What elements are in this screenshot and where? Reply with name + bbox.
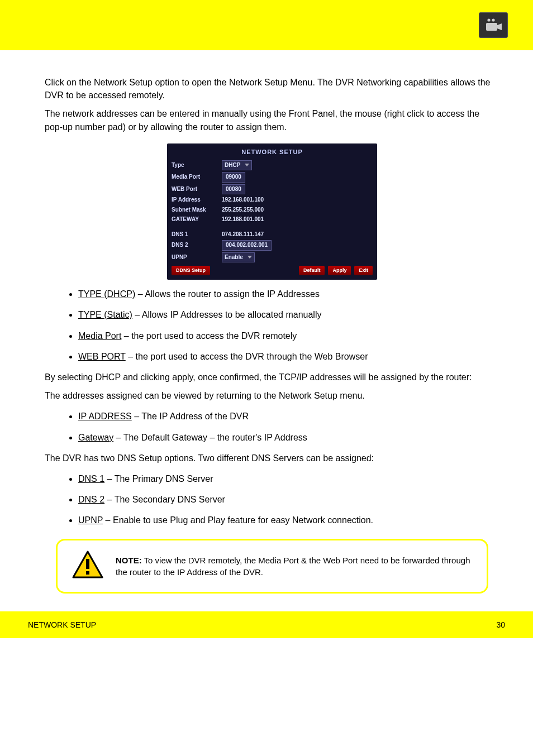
media-port-label: Media Port bbox=[172, 173, 222, 181]
network-setup-screenshot: NETWORK SETUP Type DHCP Media Port 09000… bbox=[167, 143, 377, 280]
mid-para-3: The DVR has two DNS Setup options. Two d… bbox=[45, 452, 499, 465]
intro-para-1: Click on the Network Setup option to ope… bbox=[45, 76, 499, 102]
desc: – the port used to access the DVR remote… bbox=[121, 331, 297, 341]
type-value: DHCP bbox=[225, 161, 240, 170]
term: IP ADDRESS bbox=[78, 412, 132, 421]
list-item: DNS 2 – The Secondary DNS Server bbox=[78, 493, 499, 506]
desc: – Allows IP Addresses to be allocated ma… bbox=[132, 310, 322, 319]
desc-tail: router's IP Address bbox=[232, 433, 307, 442]
ddns-setup-button[interactable]: DDNS Setup bbox=[172, 266, 210, 275]
dns2-input[interactable]: 004.002.002.001 bbox=[222, 240, 272, 251]
desc: – The Default Gateway – the bbox=[113, 433, 232, 442]
svg-point-0 bbox=[487, 18, 490, 21]
list-3: DNS 1 – The Primary DNS Server DNS 2 – T… bbox=[78, 472, 499, 527]
chevron-down-icon bbox=[248, 256, 252, 259]
ip-address-label: IP Address bbox=[172, 196, 222, 204]
warning-icon bbox=[72, 551, 103, 582]
screenshot-title: NETWORK SETUP bbox=[172, 148, 373, 157]
gateway-value: 192.168.001.001 bbox=[222, 216, 264, 224]
note-label: NOTE: bbox=[116, 556, 142, 565]
term: Media Port bbox=[78, 331, 121, 341]
type-select[interactable]: DHCP bbox=[222, 160, 252, 171]
svg-rect-2 bbox=[486, 23, 497, 31]
page-content: Click on the Network Setup option to ope… bbox=[0, 54, 533, 605]
dns1-value: 074.208.111.147 bbox=[222, 231, 264, 239]
dns2-label: DNS 2 bbox=[172, 241, 222, 250]
svg-point-1 bbox=[492, 18, 494, 21]
list-item: UPNP – Enable to use Plug and Play featu… bbox=[78, 514, 499, 527]
ip-address-value: 192.168.001.100 bbox=[222, 196, 264, 204]
note-box: NOTE: To view the DVR remotely, the Medi… bbox=[56, 539, 488, 594]
exit-button[interactable]: Exit bbox=[354, 266, 373, 275]
desc: – Allows the router to assign the IP Add… bbox=[135, 289, 320, 299]
svg-marker-3 bbox=[497, 23, 502, 30]
list-2: IP ADDRESS – The IP Address of the DVR G… bbox=[78, 410, 499, 443]
note-body: To view the DVR remotely, the Media Port… bbox=[116, 556, 470, 577]
apply-button[interactable]: Apply bbox=[328, 266, 351, 275]
upnp-label: UPNP bbox=[172, 253, 222, 262]
svg-rect-5 bbox=[86, 559, 89, 569]
term: DNS 1 bbox=[78, 474, 104, 484]
footer-left: NETWORK SETUP bbox=[28, 620, 96, 629]
subnet-mask-label: Subnet Mask bbox=[172, 206, 222, 214]
gateway-label: GATEWAY bbox=[172, 216, 222, 224]
type-label: Type bbox=[172, 161, 222, 170]
list-item: Gateway – The Default Gateway – the rout… bbox=[78, 431, 499, 444]
page-number: 30 bbox=[496, 620, 505, 629]
desc: – the port used to access the DVR throug… bbox=[126, 352, 368, 361]
term: UPNP bbox=[78, 515, 103, 525]
upnp-value: Enable bbox=[225, 253, 243, 262]
subnet-mask-value: 255.255.255.000 bbox=[222, 206, 264, 214]
desc: – The Primary DNS Server bbox=[104, 474, 213, 484]
web-port-input[interactable]: 00080 bbox=[222, 184, 245, 195]
media-port-input[interactable]: 09000 bbox=[222, 172, 245, 183]
term: DNS 2 bbox=[78, 495, 104, 504]
list-item: Media Port – the port used to access the… bbox=[78, 329, 499, 342]
list-item: WEB PORT – the port used to access the D… bbox=[78, 350, 499, 363]
mid-para-1: By selecting DHCP and clicking apply, on… bbox=[45, 371, 499, 384]
note-text: NOTE: To view the DVR remotely, the Medi… bbox=[116, 554, 472, 579]
default-button[interactable]: Default bbox=[299, 266, 325, 275]
desc: – Enable to use Plug and Play feature fo… bbox=[103, 515, 373, 525]
desc: – The IP Address of the DVR bbox=[132, 412, 249, 421]
camera-icon bbox=[479, 12, 508, 38]
chevron-down-icon bbox=[245, 164, 249, 166]
dns1-label: DNS 1 bbox=[172, 231, 222, 239]
header-bar bbox=[0, 0, 533, 50]
desc: – The Secondary DNS Server bbox=[104, 495, 225, 504]
term: TYPE (DHCP) bbox=[78, 289, 135, 299]
term: Gateway bbox=[78, 433, 113, 442]
term: WEB PORT bbox=[78, 352, 126, 361]
list-item: IP ADDRESS – The IP Address of the DVR bbox=[78, 410, 499, 423]
list-item: DNS 1 – The Primary DNS Server bbox=[78, 472, 499, 485]
upnp-select[interactable]: Enable bbox=[222, 252, 255, 263]
list-1: TYPE (DHCP) – Allows the router to assig… bbox=[78, 288, 499, 363]
intro-para-2: The network addresses can be entered in … bbox=[45, 107, 499, 133]
term: TYPE (Static) bbox=[78, 310, 132, 319]
mid-para-2: The addresses assigned can be viewed by … bbox=[45, 389, 499, 402]
svg-rect-6 bbox=[86, 571, 89, 575]
footer-bar: NETWORK SETUP 30 bbox=[0, 611, 533, 638]
list-item: TYPE (Static) – Allows IP Addresses to b… bbox=[78, 308, 499, 321]
web-port-label: WEB Port bbox=[172, 185, 222, 194]
list-item: TYPE (DHCP) – Allows the router to assig… bbox=[78, 288, 499, 300]
